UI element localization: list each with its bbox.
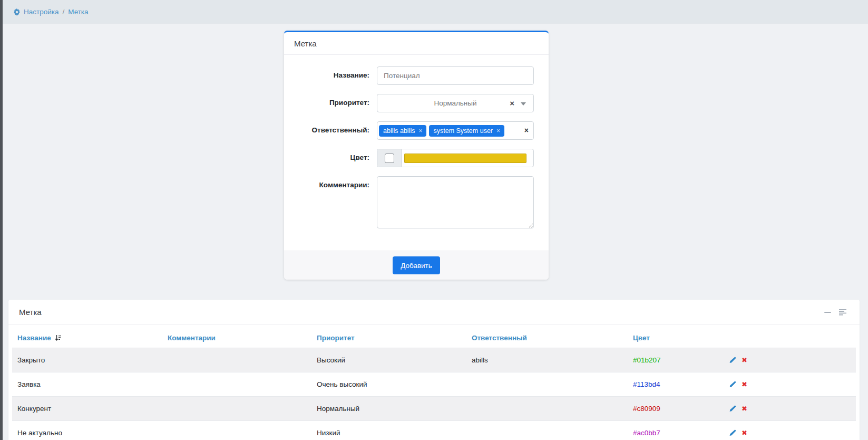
breadcrumb-section-label: Настройка — [24, 8, 58, 16]
cell-responsible — [466, 397, 628, 421]
tag-remove-icon[interactable]: × — [496, 127, 500, 135]
cell-priority: Очень высокий — [311, 372, 466, 397]
tag-label: system System user — [433, 127, 493, 135]
color-enable-checkbox[interactable] — [385, 154, 394, 163]
color-input-group — [377, 149, 534, 167]
breadcrumb-settings-link[interactable]: Настройка — [13, 8, 58, 16]
edit-icon[interactable] — [729, 357, 736, 364]
name-label: Название: — [295, 66, 369, 85]
left-edge-strip — [0, 0, 3, 440]
comments-textarea[interactable] — [377, 176, 534, 228]
breadcrumb-page-link[interactable]: Метка — [68, 8, 88, 16]
responsible-tag[interactable]: abills abills × — [379, 125, 426, 137]
cell-priority: Нормальный — [311, 397, 466, 421]
responsible-tag[interactable]: system System user × — [429, 125, 504, 137]
table-row: Закрыто Высокий abills #01b207 ✖ — [12, 348, 856, 372]
tag-remove-icon[interactable]: × — [418, 127, 422, 135]
form-card-footer: Добавить — [284, 251, 549, 280]
cell-comments — [162, 397, 311, 421]
breadcrumb: Настройка / Метка — [13, 8, 89, 16]
gear-icon — [13, 8, 21, 16]
column-header-priority[interactable]: Приоритет — [311, 328, 466, 348]
cell-color: #c80909 — [628, 397, 724, 421]
column-header-comments[interactable]: Комментарии — [162, 328, 311, 348]
table-header-row: Название Комментарии Приоритет Ответстве… — [12, 328, 856, 348]
responsible-multiselect[interactable]: abills abills × system System user × × — [377, 121, 534, 140]
name-row: Название: — [295, 66, 534, 85]
responsible-row: Ответственный: abills abills × system Sy… — [295, 121, 534, 140]
cell-name: Конкурент — [12, 397, 162, 421]
breadcrumb-separator: / — [62, 8, 64, 16]
color-swatch[interactable] — [404, 154, 526, 163]
responsible-label: Ответственный: — [295, 121, 369, 140]
labels-table: Название Комментарии Приоритет Ответстве… — [12, 328, 856, 440]
comments-row: Комментарии: — [295, 176, 534, 231]
form-card-header: Метка — [284, 32, 549, 55]
breadcrumb-page-label: Метка — [68, 8, 88, 16]
cell-responsible: abills — [466, 348, 628, 372]
form-card-title: Метка — [294, 39, 317, 48]
edit-icon[interactable] — [729, 429, 736, 437]
cell-responsible — [466, 372, 628, 397]
column-header-color[interactable]: Цвет — [628, 328, 724, 348]
add-button[interactable]: Добавить — [393, 256, 440, 274]
cell-name: Заявка — [12, 372, 162, 397]
priority-label: Приоритет: — [295, 94, 369, 112]
column-header-actions — [724, 328, 856, 348]
table-row: Заявка Очень высокий #113bd4 ✖ — [12, 372, 856, 397]
responsible-clear-icon[interactable]: × — [524, 126, 529, 135]
priority-clear-icon[interactable]: × — [510, 99, 514, 108]
sort-icon[interactable] — [55, 334, 62, 341]
color-label: Цвет: — [295, 149, 369, 167]
priority-select[interactable]: Нормальный × — [377, 94, 534, 112]
panel-tools — [824, 309, 847, 315]
table-panel-title: Метка — [19, 308, 42, 317]
priority-row: Приоритет: Нормальный × — [295, 94, 534, 112]
cell-color: #113bd4 — [628, 372, 724, 397]
cell-comments — [162, 348, 311, 372]
edit-icon[interactable] — [729, 405, 736, 413]
labels-table-panel: Метка Название — [8, 300, 860, 440]
priority-selected-value: Нормальный — [434, 99, 476, 107]
table-row: Конкурент Нормальный #c80909 ✖ — [12, 397, 856, 421]
delete-icon[interactable]: ✖ — [742, 429, 747, 436]
cell-color: #01b207 — [628, 348, 724, 372]
delete-icon[interactable]: ✖ — [742, 381, 747, 388]
table-panel-header: Метка — [8, 300, 860, 325]
delete-icon[interactable]: ✖ — [742, 357, 747, 364]
cell-priority: Низкий — [311, 421, 466, 440]
cell-comments — [162, 421, 311, 440]
list-view-icon[interactable] — [839, 309, 847, 315]
collapse-icon[interactable] — [824, 312, 831, 313]
cell-name: Закрыто — [12, 348, 162, 372]
delete-icon[interactable]: ✖ — [742, 405, 747, 412]
column-header-name[interactable]: Название — [12, 328, 162, 348]
topbar: Настройка / Метка — [0, 0, 868, 24]
cell-name: Не актуально — [12, 421, 162, 440]
name-input[interactable] — [377, 66, 534, 85]
label-form-card: Метка Название: Приоритет: Нормальный × — [284, 31, 549, 280]
cell-color: #ac0bb7 — [628, 421, 724, 440]
cell-comments — [162, 372, 311, 397]
edit-icon[interactable] — [729, 381, 736, 388]
tag-label: abills abills — [383, 127, 415, 135]
table-row: Не актуально Низкий #ac0bb7 ✖ — [12, 421, 856, 440]
color-checkbox-addon — [377, 149, 402, 167]
cell-priority: Высокий — [311, 348, 466, 372]
chevron-down-icon[interactable] — [521, 102, 526, 106]
comments-label: Комментарии: — [295, 176, 369, 231]
column-header-responsible[interactable]: Ответственный — [466, 328, 628, 348]
screen: Настройка / Метка Метка Название: Приори… — [0, 0, 868, 440]
form-card-body: Название: Приоритет: Нормальный × Ответс… — [284, 55, 549, 251]
color-row: Цвет: — [295, 149, 534, 167]
cell-responsible — [466, 421, 628, 440]
